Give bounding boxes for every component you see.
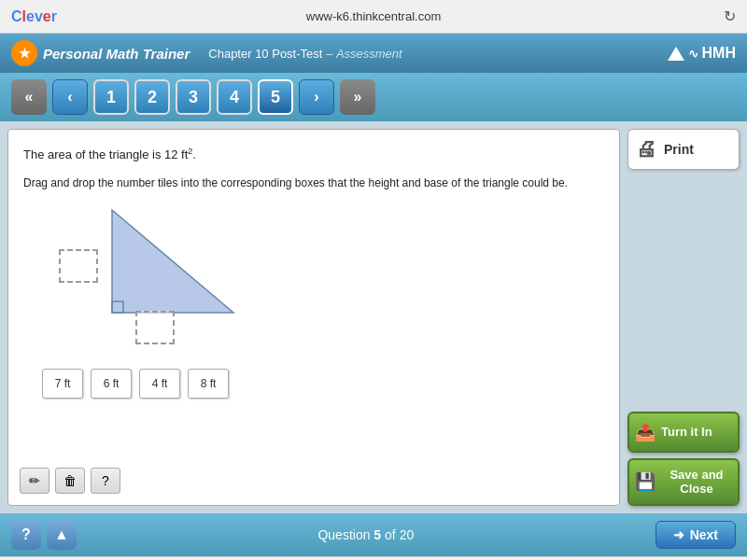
browser-bar: Clever www-k6.thinkcentral.com ↻ xyxy=(0,0,747,34)
next-button[interactable]: ➜ Next xyxy=(655,521,736,549)
question-mark-icon: ? xyxy=(102,473,109,488)
footer-bar: ? ▲ Question 5 of 20 ➜ Next xyxy=(0,513,747,556)
tools-area: ✏ 🗑 ? xyxy=(20,468,120,494)
triangle-area xyxy=(42,201,247,350)
base-drop-box[interactable] xyxy=(135,311,175,344)
save-icon: 💾 xyxy=(635,471,655,492)
hmh-logo: ∿ HMH xyxy=(668,45,736,62)
main-area: The area of the triangle is 12 ft2. Drag… xyxy=(0,121,747,513)
nav-page-2[interactable]: 2 xyxy=(134,79,170,115)
tiles-area: 7 ft 6 ft 4 ft 8 ft xyxy=(42,369,604,399)
save-close-label: Save and Close xyxy=(661,468,732,497)
logo-icon: ★ xyxy=(11,40,37,66)
right-sidebar: 🖨 Print 📤 Turn it In 💾 Save and Close xyxy=(627,129,740,506)
hmh-triangle-icon xyxy=(668,47,684,61)
tile-8ft[interactable]: 8 ft xyxy=(188,369,229,399)
pencil-tool-button[interactable]: ✏ xyxy=(20,468,49,494)
footer-question-label: Question 5 of 20 xyxy=(77,527,655,542)
nav-prev-button[interactable]: ‹ xyxy=(52,79,88,115)
nav-bar: « ‹ 1 2 3 4 5 › » xyxy=(0,73,747,121)
footer-help-button[interactable]: ? xyxy=(11,520,41,550)
chapter-title: Chapter 10 Post-Test – Assessment xyxy=(208,47,402,61)
drag-instruction: Drag and drop the number tiles into the … xyxy=(23,175,604,191)
bottom-browser-bar: ‹ › xyxy=(0,556,747,560)
turn-in-label: Turn it In xyxy=(661,425,712,440)
clever-logo: Clever xyxy=(11,8,57,25)
print-button[interactable]: 🖨 Print xyxy=(627,129,740,170)
question-text: The area of the triangle is 12 ft2. xyxy=(23,145,604,165)
footer-help-buttons: ? ▲ xyxy=(11,520,77,550)
footer-triangle-button[interactable]: ▲ xyxy=(47,520,77,550)
printer-icon: 🖨 xyxy=(636,137,656,161)
nav-last-button[interactable]: » xyxy=(340,79,375,115)
tile-7ft[interactable]: 7 ft xyxy=(42,369,83,399)
nav-page-3[interactable]: 3 xyxy=(176,79,211,115)
browser-url: www-k6.thinkcentral.com xyxy=(306,9,442,23)
help-tool-button[interactable]: ? xyxy=(91,468,120,494)
next-arrow-icon: ➜ xyxy=(673,527,684,542)
reload-button[interactable]: ↻ xyxy=(724,7,736,25)
next-label: Next xyxy=(690,527,718,542)
turn-in-icon: 📤 xyxy=(635,422,655,442)
turn-in-button[interactable]: 📤 Turn it In xyxy=(627,412,740,453)
nav-page-1[interactable]: 1 xyxy=(93,79,129,115)
height-drop-box[interactable] xyxy=(59,249,98,283)
nav-next-button[interactable]: › xyxy=(299,79,334,115)
tile-6ft[interactable]: 6 ft xyxy=(91,369,132,399)
trash-icon: 🗑 xyxy=(63,473,77,488)
app-header: ★ Personal Math Trainer Chapter 10 Post-… xyxy=(0,34,747,73)
sidebar-spacer xyxy=(627,175,740,406)
hmh-text: HMH xyxy=(702,45,736,62)
nav-page-4[interactable]: 4 xyxy=(217,79,252,115)
nav-first-button[interactable]: « xyxy=(11,79,47,115)
nav-page-5[interactable]: 5 xyxy=(258,79,293,115)
question-panel: The area of the triangle is 12 ft2. Drag… xyxy=(7,129,620,506)
trash-tool-button[interactable]: 🗑 xyxy=(55,468,85,494)
logo-text: Personal Math Trainer xyxy=(43,46,190,62)
tile-4ft[interactable]: 4 ft xyxy=(139,369,180,399)
app-logo: ★ Personal Math Trainer xyxy=(11,40,190,66)
print-label: Print xyxy=(664,142,694,157)
hmh-wave-icon: ∿ xyxy=(688,47,698,61)
pencil-icon: ✏ xyxy=(29,473,40,488)
save-close-button[interactable]: 💾 Save and Close xyxy=(627,458,740,506)
svg-marker-0 xyxy=(112,210,233,313)
